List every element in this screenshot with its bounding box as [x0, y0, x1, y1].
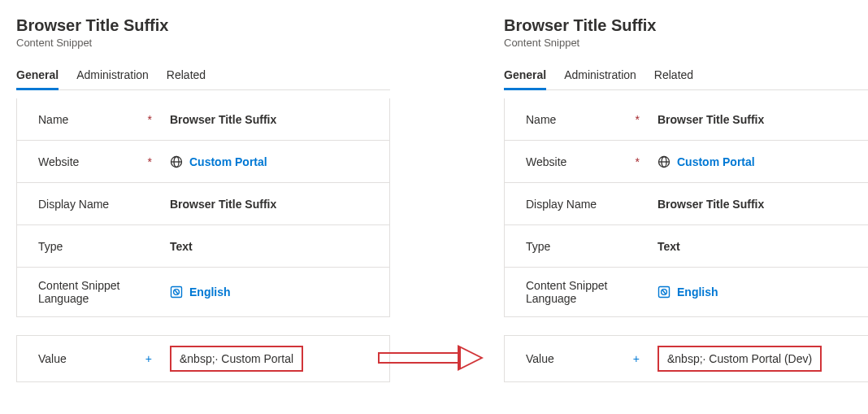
svg-line-5: [175, 290, 178, 294]
field-type: Type Text: [505, 225, 868, 268]
highlighted-value-box: &nbsp;· Custom Portal: [170, 346, 303, 372]
language-lookup-link[interactable]: English: [189, 285, 231, 299]
field-label: Display Name: [526, 198, 648, 211]
field-label: Content Snippet Language: [526, 279, 648, 305]
required-indicator: *: [636, 155, 640, 168]
form-section: Name * Browser Title Suffix Website * Cu…: [16, 98, 390, 317]
recommended-indicator: +: [145, 352, 152, 365]
tabs: General Administration Related: [16, 63, 390, 90]
tab-related[interactable]: Related: [167, 63, 206, 90]
field-label: Name *: [38, 113, 160, 126]
value-section: Value + &nbsp;· Custom Portal (Dev): [504, 335, 868, 382]
field-value[interactable]: &nbsp;· Custom Portal (Dev): [648, 346, 856, 372]
recommended-indicator: +: [633, 352, 640, 365]
transition-arrow: [366, 342, 496, 374]
field-label: Value +: [38, 352, 160, 365]
tab-related[interactable]: Related: [654, 63, 693, 90]
field-value[interactable]: English: [648, 285, 856, 299]
field-value[interactable]: Browser Title Suffix: [160, 198, 368, 211]
tab-general[interactable]: General: [504, 63, 546, 90]
field-label: Type: [526, 240, 648, 253]
field-value-row: Value + &nbsp;· Custom Portal: [17, 336, 389, 381]
tab-administration[interactable]: Administration: [76, 63, 149, 90]
language-lookup-link[interactable]: English: [677, 285, 718, 299]
highlighted-value-box: &nbsp;· Custom Portal (Dev): [658, 346, 822, 372]
field-language: Content Snippet Language English: [17, 268, 389, 316]
field-website: Website * Custom Portal: [505, 141, 868, 183]
value-section: Value + &nbsp;· Custom Portal: [16, 335, 390, 382]
globe-icon: [170, 155, 183, 168]
record-panel-right: Browser Title Suffix Content Snippet Gen…: [504, 16, 868, 382]
field-value[interactable]: English: [160, 285, 368, 299]
field-value[interactable]: Text: [160, 240, 368, 253]
field-display-name: Display Name Browser Title Suffix: [505, 183, 868, 225]
globe-icon: [658, 155, 671, 168]
required-indicator: *: [148, 113, 152, 126]
field-value[interactable]: Custom Portal: [160, 155, 368, 168]
field-label: Value +: [526, 352, 648, 365]
tabs: General Administration Related: [504, 63, 868, 90]
record-title: Browser Title Suffix: [16, 16, 390, 35]
language-icon: [170, 285, 183, 299]
field-value[interactable]: Text: [648, 240, 856, 253]
field-value[interactable]: Browser Title Suffix: [648, 198, 856, 211]
field-value[interactable]: &nbsp;· Custom Portal: [160, 346, 368, 372]
field-label: Content Snippet Language: [38, 279, 160, 305]
svg-line-11: [662, 290, 666, 294]
tab-general[interactable]: General: [16, 63, 59, 90]
field-label: Website *: [38, 155, 160, 168]
field-name: Name * Browser Title Suffix: [505, 98, 868, 141]
language-icon: [658, 285, 671, 299]
field-type: Type Text: [17, 225, 389, 268]
record-subtitle: Content Snippet: [504, 37, 868, 49]
field-language: Content Snippet Language English: [505, 268, 868, 316]
field-website: Website * Custom Portal: [17, 141, 389, 183]
record-panel-left: Browser Title Suffix Content Snippet Gen…: [16, 16, 390, 382]
required-indicator: *: [636, 113, 640, 126]
field-value[interactable]: Browser Title Suffix: [648, 113, 856, 126]
field-label: Website *: [526, 155, 648, 168]
record-subtitle: Content Snippet: [16, 37, 390, 49]
field-value[interactable]: Custom Portal: [648, 155, 856, 168]
field-display-name: Display Name Browser Title Suffix: [17, 183, 389, 225]
tab-administration[interactable]: Administration: [564, 63, 636, 90]
field-value-row: Value + &nbsp;· Custom Portal (Dev): [505, 336, 868, 381]
field-value[interactable]: Browser Title Suffix: [160, 113, 368, 126]
field-label: Type: [38, 240, 160, 253]
field-label: Display Name: [38, 198, 160, 211]
required-indicator: *: [148, 155, 152, 168]
website-lookup-link[interactable]: Custom Portal: [677, 155, 755, 168]
record-title: Browser Title Suffix: [504, 16, 868, 35]
field-name: Name * Browser Title Suffix: [17, 98, 389, 141]
website-lookup-link[interactable]: Custom Portal: [189, 155, 267, 168]
form-section: Name * Browser Title Suffix Website * Cu…: [504, 98, 868, 317]
field-label: Name *: [526, 113, 648, 126]
